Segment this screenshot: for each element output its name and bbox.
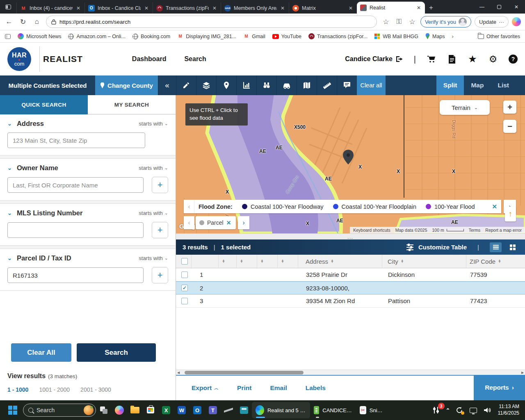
sort-icon[interactable]: ▲▼ — [401, 260, 404, 263]
maximize-button[interactable] — [491, 0, 508, 14]
close-window-button[interactable]: ✕ — [508, 0, 525, 14]
close-icon[interactable]: ✕ — [280, 5, 285, 11]
bookmark-booking[interactable]: Booking.com — [132, 34, 170, 39]
sort-icon[interactable]: ▲▼ — [240, 260, 243, 263]
legend-close-icon[interactable]: ✕ — [489, 203, 497, 210]
marker-tool-button[interactable] — [216, 75, 236, 95]
view-split-button[interactable]: Split — [436, 75, 464, 95]
terms-link[interactable]: Terms — [469, 228, 481, 233]
snip-window-button[interactable]: ✂ Snippin — [356, 402, 387, 418]
tab-realist[interactable]: Realist ✕ — [357, 2, 425, 14]
flood-map[interactable]: X500 AE AE AE AE AE X X X X X Diggs Rd D… — [176, 95, 525, 233]
file-explorer-button[interactable] — [127, 400, 143, 420]
bookmarks-overflow-icon[interactable]: › — [452, 33, 454, 39]
chip-scroll-right-button[interactable]: › — [238, 216, 249, 229]
sort-column[interactable]: ▲▼ — [278, 255, 298, 268]
operator-dropdown[interactable]: starts with⌄ — [139, 255, 168, 261]
table-row[interactable]: 1 3258 Prairie Dr Dickinson 77539 — [176, 268, 525, 281]
page-range-1[interactable]: 1 - 1000 — [7, 386, 28, 393]
bookmark-maps[interactable]: Maps — [425, 33, 445, 39]
parcel-id-input[interactable] — [7, 267, 144, 283]
grid-view-button[interactable] — [507, 242, 518, 252]
address-input[interactable] — [7, 132, 145, 148]
close-icon[interactable]: ✕ — [75, 5, 81, 11]
labels-button[interactable]: Labels — [306, 384, 326, 392]
row-checkbox-checked[interactable]: ✓ — [181, 285, 188, 291]
sort-column[interactable]: ▲▼ — [257, 255, 278, 268]
display-icon[interactable] — [468, 405, 478, 415]
edge-window-button[interactable]: Realist and 5 more — [252, 402, 310, 418]
row-checkbox[interactable] — [181, 298, 188, 304]
bookmark-youtube[interactable]: YouTube — [272, 34, 301, 39]
map-view-tool-button[interactable] — [297, 75, 317, 95]
bookmark-amazon[interactable]: Amazon.com – Onli... — [68, 34, 126, 39]
operator-dropdown[interactable]: starts with⌄ — [139, 210, 168, 216]
close-icon[interactable]: ✕ — [416, 5, 422, 11]
new-tab-button[interactable]: + — [425, 2, 437, 14]
hidden-icons-chevron[interactable]: ⌃ — [446, 407, 450, 413]
collections-icon[interactable] — [5, 34, 11, 39]
sort-column[interactable]: ▲▼ — [219, 255, 237, 268]
select-all-checkbox[interactable] — [181, 258, 188, 265]
chevron-down-icon[interactable]: ⌄ — [7, 210, 12, 216]
sort-icon[interactable]: ▲▼ — [281, 260, 284, 263]
comment-tool-button[interactable] — [337, 75, 357, 95]
bookmark-msn[interactable]: Microsoft News — [18, 33, 61, 39]
sort-icon[interactable]: ▲▼ — [260, 260, 264, 263]
favorite-star-icon[interactable]: ☆ — [381, 18, 391, 26]
settings-icon[interactable]: ⚙ — [488, 54, 498, 64]
task-view-button[interactable] — [96, 400, 112, 420]
notification-icon[interactable]: 3 — [432, 405, 442, 415]
favorites-icon[interactable]: ★ — [468, 54, 477, 64]
parcel-layer-chip[interactable]: Parcel ✕ — [196, 216, 236, 229]
add-owner-name-button[interactable]: + — [152, 177, 168, 193]
email-button[interactable]: Email — [270, 384, 287, 392]
page-range-3[interactable]: 2001 - 3000 — [80, 386, 111, 393]
taskbar-clock[interactable]: 11:13 AM 11/6/2025 — [498, 404, 520, 416]
report-error-link[interactable]: Report a map error — [485, 228, 522, 233]
other-favorites[interactable]: Other favorites — [478, 34, 520, 39]
bookmark-transactions[interactable]: ◠Transactions (zipFor... — [308, 33, 368, 39]
file-window-button[interactable]: CANDICE & DAVE — [310, 402, 356, 418]
bookmark-wb-mail[interactable]: WB Mail BHGG — [374, 34, 418, 39]
sort-icon[interactable]: ▲▼ — [222, 260, 225, 263]
drive-time-tool-button[interactable] — [276, 75, 297, 95]
page-range-2[interactable]: 1001 - 2000 — [39, 386, 70, 393]
add-mls-number-button[interactable]: + — [152, 222, 168, 238]
copilot-button[interactable] — [112, 400, 127, 420]
tab-members-only[interactable]: HAR Members Only Area ✕ — [221, 2, 289, 14]
view-list-button[interactable]: List — [491, 75, 516, 95]
clear-all-layers-button[interactable]: Clear all — [357, 75, 386, 95]
tab-matrix[interactable]: Matrix ✕ — [289, 2, 357, 14]
draw-tool-button[interactable] — [176, 75, 196, 95]
zip-column-header[interactable]: ZIP Code▲▼ — [466, 255, 525, 268]
change-county-button[interactable]: Change County — [95, 75, 158, 95]
sort-icon[interactable]: ▲▼ — [498, 260, 501, 263]
bookmark-gmail[interactable]: MGmail — [243, 33, 265, 39]
chevron-down-icon[interactable]: ⌄ — [7, 121, 12, 127]
verify-button[interactable]: Verify it's you — [420, 16, 471, 27]
store-button[interactable] — [143, 400, 158, 420]
tab-search-button[interactable] — [0, 1, 16, 13]
taskbar-search[interactable]: Search — [23, 404, 96, 417]
operator-dropdown[interactable]: starts with⌄ — [139, 121, 168, 127]
export-button[interactable]: Export︿ — [192, 384, 219, 392]
tab-outlook-inbox[interactable]: O Inbox - Candice Clar ✕ — [84, 2, 153, 14]
tab-quick-search[interactable]: QUICK SEARCH — [0, 95, 88, 114]
clear-all-button[interactable]: Clear All — [11, 343, 71, 362]
outlook-button[interactable]: O — [189, 400, 205, 420]
table-row[interactable]: 3 39354 Mt Zion Rd Pattison 77423 — [176, 294, 525, 308]
home-icon[interactable]: ⌂ — [32, 18, 42, 26]
row-checkbox[interactable] — [181, 272, 188, 278]
tab-transactions[interactable]: ◠ Transactions (zipFor ✕ — [153, 2, 221, 14]
city-column-header[interactable]: City▲▼ — [382, 255, 466, 268]
extensions-icon[interactable]: ⚿ — [394, 18, 404, 26]
document-icon[interactable] — [447, 54, 457, 64]
streetview-tool-button[interactable] — [256, 75, 276, 95]
back-icon[interactable]: ← — [4, 18, 14, 26]
legend-scroll-left-button[interactable]: ‹ — [184, 200, 194, 213]
sort-icon[interactable]: ▲▼ — [331, 260, 334, 263]
sort-column[interactable]: ▲▼ — [237, 255, 257, 268]
collapse-sidebar-button[interactable]: « — [158, 75, 176, 95]
bookmark-displaying-img[interactable]: MDisplaying IMG_281... — [177, 33, 236, 39]
